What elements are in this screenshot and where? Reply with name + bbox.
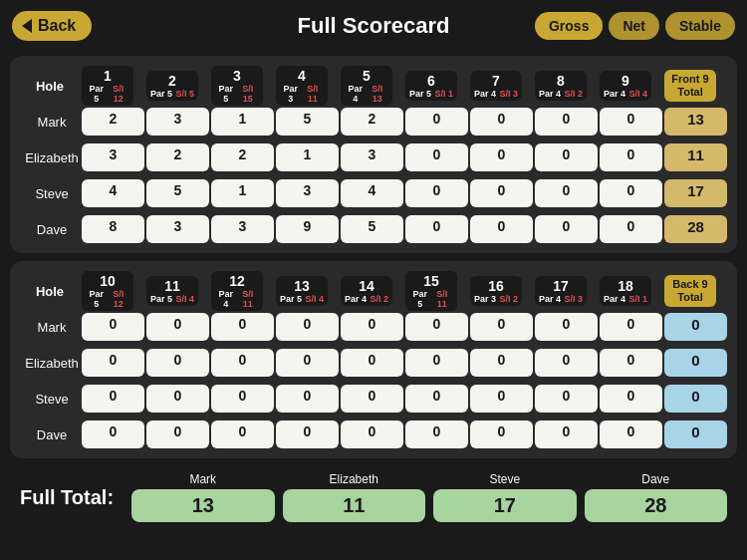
score-cell[interactable]: 4 — [82, 179, 144, 207]
score-cell[interactable]: 0 — [405, 349, 468, 377]
score-cell[interactable]: 0 — [600, 385, 662, 413]
score-cell[interactable]: 0 — [82, 313, 144, 341]
score-cell[interactable]: 0 — [276, 349, 339, 377]
net-button[interactable]: Net — [609, 12, 659, 40]
score-cell[interactable]: 1 — [276, 143, 339, 171]
score-cell[interactable]: 0 — [211, 385, 274, 413]
score-cell[interactable]: 3 — [276, 179, 339, 207]
hole-18-header: 18 Par 4S/I 1 — [600, 271, 662, 311]
back9-panel: Hole 10 Par 5S/I 12 11 Par 5S/I 4 — [10, 261, 737, 458]
score-cell[interactable]: 0 — [341, 385, 403, 413]
score-cell[interactable]: 0 — [470, 179, 533, 207]
score-cell[interactable]: 3 — [146, 108, 209, 136]
full-total-dave-value: 28 — [585, 489, 728, 522]
score-cell[interactable]: 0 — [535, 215, 598, 243]
score-cell[interactable]: 1 — [211, 108, 274, 136]
score-cell[interactable]: 0 — [276, 385, 339, 413]
stable-button[interactable]: Stable — [665, 12, 735, 40]
score-cell[interactable]: 0 — [535, 349, 598, 377]
score-cell[interactable]: 0 — [535, 313, 598, 341]
score-cell[interactable]: 0 — [600, 313, 662, 341]
score-cell[interactable]: 0 — [405, 420, 468, 448]
full-total-dave-col: Dave 28 — [585, 472, 728, 522]
front-total-dave: 28 — [664, 215, 727, 243]
back-total-steve: 0 — [664, 385, 727, 413]
back-chevron-icon — [22, 19, 32, 33]
score-cell[interactable]: 0 — [600, 143, 662, 171]
score-cell[interactable]: 2 — [146, 143, 209, 171]
score-cell[interactable]: 1 — [211, 179, 274, 207]
score-cell[interactable]: 0 — [470, 420, 533, 448]
score-cell[interactable]: 0 — [405, 313, 468, 341]
score-cell[interactable]: 0 — [470, 215, 533, 243]
score-type-buttons: Gross Net Stable — [535, 12, 735, 40]
score-cell[interactable]: 0 — [535, 420, 598, 448]
score-cell[interactable]: 0 — [535, 385, 598, 413]
score-cell[interactable]: 0 — [146, 420, 209, 448]
score-cell[interactable]: 0 — [341, 349, 403, 377]
score-cell[interactable]: 9 — [276, 215, 339, 243]
full-total-label: Full Total: — [20, 486, 120, 509]
player-name-mark-back: Mark — [20, 313, 80, 341]
score-cell[interactable]: 3 — [211, 215, 274, 243]
score-cell[interactable]: 0 — [211, 313, 274, 341]
score-cell[interactable]: 4 — [341, 179, 403, 207]
score-cell[interactable]: 0 — [470, 385, 533, 413]
score-cell[interactable]: 3 — [146, 215, 209, 243]
score-cell[interactable]: 0 — [405, 143, 468, 171]
score-cell[interactable]: 0 — [600, 349, 662, 377]
hole-7-header: 7 Par 4S/I 3 — [470, 66, 533, 106]
score-cell[interactable]: 0 — [470, 143, 533, 171]
score-cell[interactable]: 0 — [276, 420, 339, 448]
back-total-dave: 0 — [664, 420, 727, 448]
score-cell[interactable]: 0 — [535, 143, 598, 171]
score-cell[interactable]: 0 — [211, 349, 274, 377]
back-button[interactable]: Back — [12, 11, 92, 41]
table-row: Elizabeth 0 0 0 0 0 0 0 0 0 0 — [20, 349, 727, 377]
score-cell[interactable]: 0 — [600, 108, 662, 136]
score-cell[interactable]: 5 — [146, 179, 209, 207]
score-cell[interactable]: 0 — [405, 215, 468, 243]
score-cell[interactable]: 0 — [600, 215, 662, 243]
score-cell[interactable]: 0 — [600, 179, 662, 207]
table-row: Steve 0 0 0 0 0 0 0 0 0 0 — [20, 385, 727, 413]
score-cell[interactable]: 5 — [276, 108, 339, 136]
player-name-dave: Dave — [20, 215, 80, 243]
score-cell[interactable]: 0 — [535, 108, 598, 136]
score-cell[interactable]: 0 — [276, 313, 339, 341]
score-cell[interactable]: 0 — [405, 385, 468, 413]
score-cell[interactable]: 0 — [405, 108, 468, 136]
score-cell[interactable]: 0 — [405, 179, 468, 207]
score-cell[interactable]: 3 — [341, 143, 403, 171]
score-cell[interactable]: 0 — [146, 313, 209, 341]
page-title: Full Scorecard — [298, 13, 450, 39]
gross-button[interactable]: Gross — [535, 12, 603, 40]
score-cell[interactable]: 0 — [470, 108, 533, 136]
score-cell[interactable]: 0 — [211, 420, 274, 448]
hole-9-header: 9 Par 4S/I 4 — [600, 66, 662, 106]
score-cell[interactable]: 0 — [470, 313, 533, 341]
score-cell[interactable]: 2 — [341, 108, 403, 136]
player-name-steve-back: Steve — [20, 385, 80, 413]
score-cell[interactable]: 0 — [341, 313, 403, 341]
score-cell[interactable]: 2 — [82, 108, 144, 136]
hole-16-header: 16 Par 3S/I 2 — [470, 271, 533, 311]
hole-13-header: 13 Par 5S/I 4 — [276, 271, 339, 311]
full-total-elizabeth-name: Elizabeth — [330, 472, 378, 486]
score-cell[interactable]: 0 — [82, 420, 144, 448]
hole-1-header: 1 Par 5S/I 12 — [82, 66, 144, 106]
score-cell[interactable]: 0 — [535, 179, 598, 207]
player-name-dave-back: Dave — [20, 420, 80, 448]
score-cell[interactable]: 3 — [82, 143, 144, 171]
score-cell[interactable]: 0 — [146, 349, 209, 377]
score-cell[interactable]: 0 — [600, 420, 662, 448]
full-total-mark-name: Mark — [189, 472, 216, 486]
score-cell[interactable]: 0 — [470, 349, 533, 377]
score-cell[interactable]: 0 — [146, 385, 209, 413]
score-cell[interactable]: 0 — [82, 385, 144, 413]
score-cell[interactable]: 0 — [82, 349, 144, 377]
score-cell[interactable]: 2 — [211, 143, 274, 171]
score-cell[interactable]: 5 — [341, 215, 403, 243]
score-cell[interactable]: 0 — [341, 420, 403, 448]
score-cell[interactable]: 8 — [82, 215, 144, 243]
